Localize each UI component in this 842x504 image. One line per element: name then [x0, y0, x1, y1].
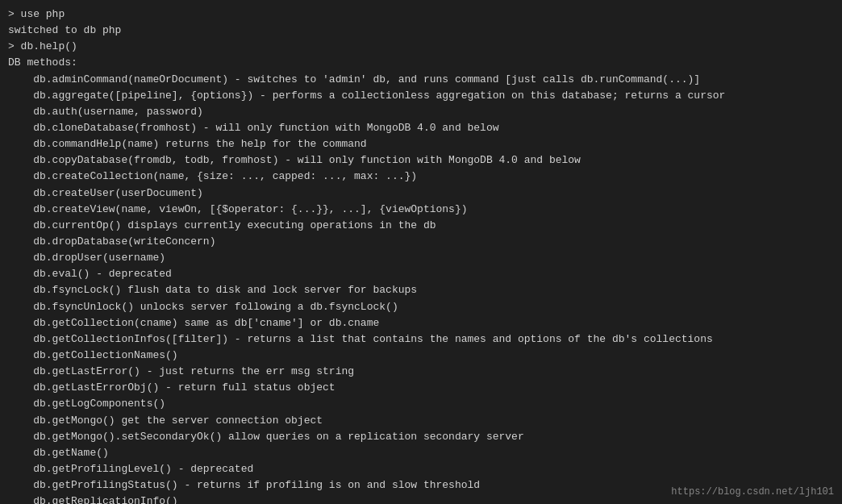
terminal-line: db.createView(name, viewOn, [{$operator:… — [8, 202, 834, 218]
terminal-line: db.createUser(userDocument) — [8, 185, 834, 202]
terminal-line: db.getProfilingLevel() - deprecated — [8, 461, 834, 477]
terminal-line: db.getCollection(cname) same as db['cnam… — [8, 315, 834, 331]
terminal-line: > db.help() — [8, 39, 834, 55]
terminal-line: db.currentOp() displays currently execut… — [8, 218, 834, 234]
terminal-line: db.getLogComponents() — [8, 396, 834, 412]
terminal-line: db.getMongo().setSecondaryOk() allow que… — [8, 429, 834, 445]
terminal-line: db.getLastErrorObj() - return full statu… — [8, 380, 834, 396]
terminal-line: db.getCollectionNames() — [8, 348, 834, 364]
terminal-line: db.getName() — [8, 445, 834, 461]
terminal-line: db.cloneDatabase(fromhost) - will only f… — [8, 120, 834, 136]
terminal-line: db.adminCommand(nameOrDocument) - switch… — [8, 72, 834, 88]
terminal-line: db.getMongo() get the server connection … — [8, 413, 834, 429]
terminal-line: db.auth(username, password) — [8, 104, 834, 120]
terminal-line: > use php — [8, 6, 834, 23]
terminal-line: switched to db php — [8, 23, 834, 39]
terminal-line: db.commandHelp(name) returns the help fo… — [8, 136, 834, 152]
terminal-line: db.fsyncLock() flush data to disk and lo… — [8, 282, 834, 298]
terminal-line: db.aggregate([pipeline], {options}) - pe… — [8, 88, 834, 104]
terminal: > use phpswitched to db php> db.help()DB… — [0, 0, 842, 504]
watermark: https://blog.csdn.net/ljh101 — [671, 486, 834, 498]
terminal-line: db.getLastError() - just returns the err… — [8, 364, 834, 380]
terminal-line: db.fsyncUnlock() unlocks server followin… — [8, 299, 834, 315]
terminal-line: db.dropDatabase(writeConcern) — [8, 234, 834, 250]
terminal-line: DB methods: — [8, 55, 834, 71]
terminal-line: db.getCollectionInfos([filter]) - return… — [8, 331, 834, 348]
terminal-line: db.copyDatabase(fromdb, todb, fromhost) … — [8, 152, 834, 169]
terminal-line: db.eval() - deprecated — [8, 266, 834, 282]
terminal-line: db.createCollection(name, {size: ..., ca… — [8, 169, 834, 185]
terminal-line: db.dropUser(username) — [8, 250, 834, 266]
